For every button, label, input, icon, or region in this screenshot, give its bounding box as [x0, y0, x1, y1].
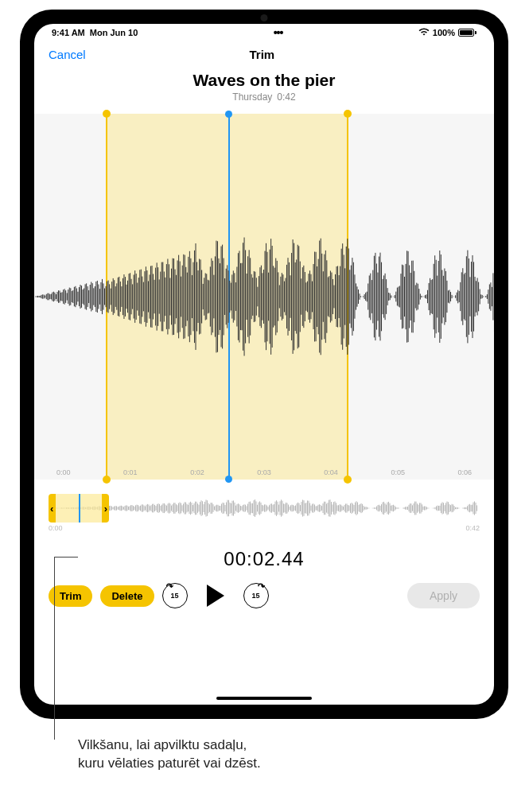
page-title: Trim: [250, 48, 275, 61]
play-button[interactable]: [207, 585, 224, 607]
forward-arrow-icon: ↷: [258, 581, 265, 592]
cancel-button[interactable]: Cancel: [49, 48, 86, 61]
rewind-arrow-icon: ↶: [166, 581, 173, 592]
trim-handle-right[interactable]: ›: [103, 503, 108, 515]
status-date: Mon Jun 10: [90, 28, 138, 37]
home-indicator[interactable]: [216, 697, 312, 700]
status-time: 9:41 AM: [52, 28, 85, 37]
waveform-editor[interactable]: 0:000:01 0:020:03 0:040:05 0:06: [34, 114, 494, 480]
recording-subtitle: Thursday0:42: [34, 91, 494, 103]
caption-text: Vilkšanu, lai apvilktu sadaļu,kuru vēlat…: [78, 736, 261, 773]
wifi-icon: [418, 28, 430, 37]
trim-button[interactable]: Trim: [49, 585, 92, 607]
apply-button[interactable]: Apply: [407, 583, 480, 608]
overview-ticks: 0:000:42: [49, 524, 480, 532]
skip-forward-button[interactable]: ↷ 15: [243, 583, 269, 608]
status-bar: 9:41 AM Mon Jun 10 ••• 100%: [34, 24, 494, 41]
playback-timer: 00:02.44: [34, 532, 494, 583]
waveform-display: [34, 233, 494, 360]
battery-icon: [458, 29, 476, 37]
battery-percent: 100%: [433, 28, 455, 37]
multitask-indicator: •••: [274, 26, 283, 39]
overview-playhead[interactable]: [79, 494, 80, 523]
delete-button[interactable]: Delete: [100, 585, 154, 607]
skip-back-button[interactable]: ↶ 15: [162, 583, 188, 608]
time-ticks: 0:000:01 0:020:03 0:040:05 0:06: [34, 468, 494, 476]
recording-title: Waves on the pier: [34, 71, 494, 90]
overview-scrubber[interactable]: ‹ ›: [49, 494, 480, 523]
overview-waveform: [49, 499, 478, 518]
callout-line: [54, 557, 55, 740]
trim-handle-left[interactable]: ‹: [49, 503, 54, 515]
